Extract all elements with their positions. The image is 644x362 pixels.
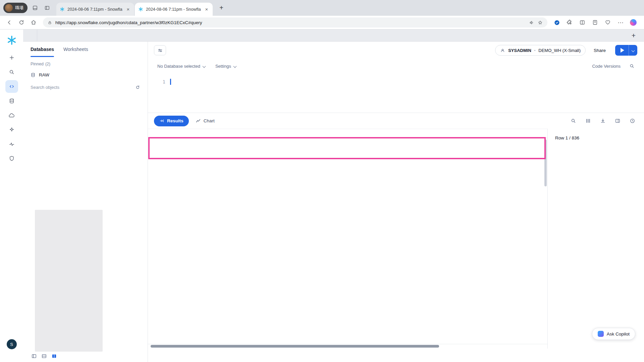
database-selector[interactable]: No Database selected xyxy=(157,64,205,69)
browser-copilot-icon[interactable] xyxy=(628,17,639,28)
new-worksheet-plus-icon[interactable] xyxy=(5,51,18,64)
editor-header: No Database selected Settings Code Versi… xyxy=(148,59,644,73)
warehouse-name: DEMO_WH (X-Small) xyxy=(538,48,581,53)
sql-editor[interactable]: 1 xyxy=(148,73,644,113)
object-search-input[interactable]: Search objects xyxy=(23,80,148,94)
collections-icon[interactable] xyxy=(590,17,600,28)
snowflake-logo[interactable] xyxy=(5,34,18,47)
site-info-lock-icon[interactable] xyxy=(48,20,52,25)
profile-label: 職場 xyxy=(15,5,23,11)
browser-profile-button[interactable]: 職場 xyxy=(3,3,28,13)
run-play-icon[interactable] xyxy=(615,45,629,56)
extensions-puzzle-icon[interactable] xyxy=(564,17,575,28)
grid-header-row xyxy=(148,129,547,138)
results-header: Results Chart xyxy=(148,113,644,129)
database-icon xyxy=(31,72,36,77)
refresh-icon[interactable] xyxy=(16,17,27,28)
refresh-icon[interactable] xyxy=(135,85,140,90)
pinned-label: Pinned xyxy=(31,62,44,66)
filters-icon[interactable] xyxy=(154,45,166,55)
tab-worksheets[interactable]: Worksheets xyxy=(63,42,88,57)
results-search-icon[interactable] xyxy=(571,118,576,124)
horizontal-scrollbar-track xyxy=(148,344,547,349)
databases-icon[interactable] xyxy=(5,95,18,107)
tab-chart[interactable]: Chart xyxy=(192,118,218,124)
home-icon[interactable] xyxy=(28,17,39,28)
sql-line-1[interactable] xyxy=(170,78,173,85)
worksheets-icon[interactable] xyxy=(5,80,18,93)
annotation-highlight-box xyxy=(148,137,546,159)
role-name: SYSADMIN xyxy=(508,48,531,53)
new-worksheet-tab-button[interactable]: + xyxy=(629,31,639,41)
results-grid xyxy=(148,129,547,349)
apps-sparkle-icon[interactable] xyxy=(5,123,18,136)
horizontal-scrollbar[interactable] xyxy=(151,345,439,348)
settings-dropdown[interactable]: Settings xyxy=(215,64,236,69)
pinned-section-header: Pinned (2) xyxy=(23,57,148,69)
grid-view-icon[interactable] xyxy=(51,353,57,359)
share-button[interactable]: Share xyxy=(590,48,610,53)
browser-tab[interactable]: 2024-08-06 7:11pm - Snowfla × xyxy=(56,3,134,16)
extension-badge-icon[interactable] xyxy=(551,17,562,28)
snowsight-app: S + Databases Worksheets Pinned (2) xyxy=(0,29,644,362)
columns-icon[interactable] xyxy=(585,118,591,124)
worksheet-tab-partial[interactable] xyxy=(23,29,37,41)
worksheet-area: SYSADMIN • DEMO_WH (X-Small) Share No Da… xyxy=(148,42,644,362)
split-view-icon[interactable] xyxy=(41,353,47,359)
url-text[interactable]: https://app.snowflake.com/jugdhon/cdata_… xyxy=(55,20,526,25)
pinned-item-label: RAW xyxy=(39,72,49,77)
row-detail-panel: Row 1 / 836 Ask Copilot xyxy=(547,129,644,349)
run-button[interactable] xyxy=(615,45,637,56)
close-tab-icon[interactable]: × xyxy=(204,6,209,12)
user-avatar[interactable]: S xyxy=(7,339,17,349)
address-bar[interactable]: https://app.snowflake.com/jugdhon/cdata_… xyxy=(43,17,547,27)
results-label: Results xyxy=(167,118,183,123)
profile-avatar xyxy=(5,4,13,12)
read-aloud-icon[interactable] xyxy=(529,20,534,25)
browser-tab-active[interactable]: 2024-08-06 7:11pm - Snowfla × xyxy=(135,3,213,16)
chevron-down-icon xyxy=(202,64,206,68)
vertical-scrollbar[interactable] xyxy=(544,139,547,186)
user-role-icon xyxy=(500,48,505,53)
split-screen-icon[interactable] xyxy=(577,17,588,28)
close-tab-icon[interactable]: × xyxy=(125,6,131,12)
ask-copilot-label: Ask Copilot xyxy=(607,331,630,337)
database-selector-label: No Database selected xyxy=(157,64,200,69)
activity-icon[interactable] xyxy=(5,138,18,150)
row-position-label: Row 1 / 836 xyxy=(555,135,637,140)
chart-icon xyxy=(196,118,201,124)
chart-label: Chart xyxy=(204,118,215,123)
code-versions-button[interactable]: Code Versions xyxy=(592,64,621,69)
explorer-tabs: Databases Worksheets xyxy=(23,42,148,57)
editor-caret xyxy=(170,79,171,85)
context-selector[interactable]: SYSADMIN • DEMO_WH (X-Small) xyxy=(495,45,586,56)
chevron-down-icon xyxy=(233,64,236,68)
snowflake-favicon xyxy=(60,7,65,12)
browser-tab-title: 2024-08-06 7:11pm - Snowfla xyxy=(67,7,123,12)
panel-toggle-icon[interactable] xyxy=(615,118,621,124)
editor-search-icon[interactable] xyxy=(629,63,635,69)
governance-shield-icon[interactable] xyxy=(5,152,18,165)
workspaces-icon[interactable] xyxy=(30,3,40,13)
browser-essentials-icon[interactable] xyxy=(602,17,613,28)
collapse-panel-icon[interactable] xyxy=(31,353,37,359)
results-arrow-icon xyxy=(159,118,164,123)
history-clock-icon[interactable] xyxy=(630,118,635,124)
tab-results[interactable]: Results xyxy=(154,116,189,126)
object-explorer-panel: Databases Worksheets Pinned (2) RAW Sear… xyxy=(23,42,148,362)
add-favorite-star-icon[interactable] xyxy=(538,20,543,25)
search-icon[interactable] xyxy=(5,66,18,78)
panel-layout-toggles xyxy=(31,353,57,359)
ask-copilot-button[interactable]: Ask Copilot xyxy=(592,328,635,340)
tab-actions-icon[interactable] xyxy=(42,3,52,13)
settings-menu-icon[interactable]: ⋯ xyxy=(615,17,626,28)
nav-rail: S xyxy=(0,29,23,362)
tab-databases[interactable]: Databases xyxy=(31,42,54,57)
marketplace-cloud-icon[interactable] xyxy=(5,109,18,122)
download-icon[interactable] xyxy=(600,118,606,124)
run-options-chevron-icon[interactable] xyxy=(629,45,637,56)
pinned-item-raw[interactable]: RAW xyxy=(23,69,148,80)
back-icon[interactable] xyxy=(4,17,15,28)
browser-tabs: 2024-08-06 7:11pm - Snowfla × 2024-08-06… xyxy=(56,3,213,16)
new-tab-button[interactable]: + xyxy=(217,3,226,13)
